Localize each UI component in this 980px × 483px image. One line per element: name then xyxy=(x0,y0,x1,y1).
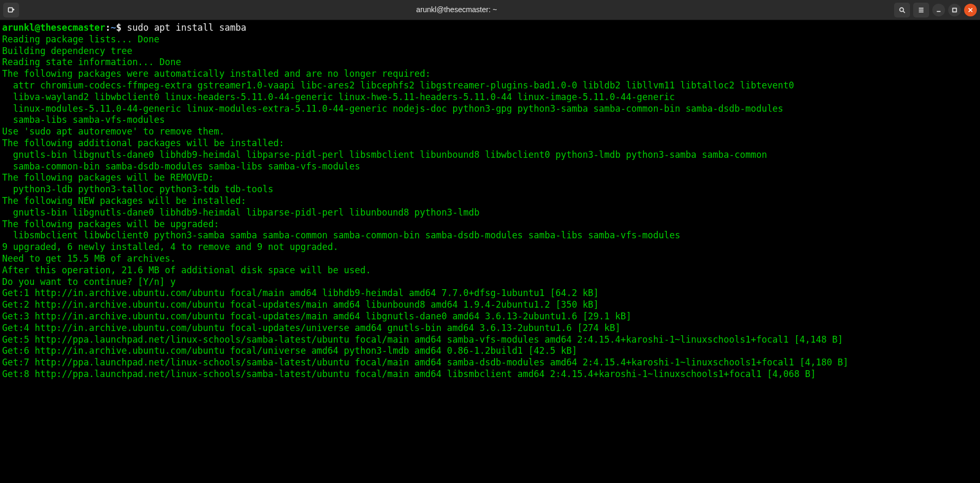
terminal-output-line: Get:4 http://in.archive.ubuntu.com/ubunt… xyxy=(2,323,978,334)
terminal-output-line: Get:3 http://in.archive.ubuntu.com/ubunt… xyxy=(2,311,978,323)
command-text: sudo apt install samba xyxy=(127,22,246,33)
svg-rect-9 xyxy=(953,8,957,12)
terminal-output-line: python3-ldb python3-talloc python3-tdb t… xyxy=(2,184,978,195)
terminal-output-line: The following packages will be REMOVED: xyxy=(2,172,978,184)
terminal-output-line: samba-libs samba-vfs-modules xyxy=(2,114,978,126)
terminal-output-line: Reading package lists... Done xyxy=(2,34,978,46)
maximize-icon xyxy=(951,6,958,14)
svg-point-3 xyxy=(900,7,904,11)
maximize-button[interactable] xyxy=(948,4,961,16)
prompt-line: arunkl@thesecmaster:~$ sudo apt install … xyxy=(2,22,978,34)
terminal-output-line: gnutls-bin libgnutls-dane0 libhdb9-heimd… xyxy=(2,207,978,219)
close-icon xyxy=(967,6,974,14)
search-button[interactable] xyxy=(894,3,910,17)
terminal-viewport[interactable]: arunkl@thesecmaster:~$ sudo apt install … xyxy=(0,20,980,483)
minimize-icon xyxy=(935,6,942,14)
prompt-colon: : xyxy=(105,22,110,33)
terminal-output-line: gnutls-bin libgnutls-dane0 libhdb9-heimd… xyxy=(2,149,978,161)
terminal-output-line: Need to get 15.5 MB of archives. xyxy=(2,253,978,265)
new-tab-button[interactable] xyxy=(3,3,19,17)
prompt-symbol: $ xyxy=(116,22,127,33)
terminal-output-line: Get:8 http://ppa.launchpad.net/linux-sch… xyxy=(2,369,978,380)
terminal-output-line: Get:5 http://ppa.launchpad.net/linux-sch… xyxy=(2,334,978,346)
window-title: arunkl@thesecmaster: ~ xyxy=(19,4,894,16)
terminal-output-line: libva-wayland2 libwbclient0 linux-header… xyxy=(2,92,978,103)
terminal-output-line: The following additional packages will b… xyxy=(2,138,978,149)
prompt-path: ~ xyxy=(111,22,116,33)
terminal-output-line: Get:6 http://in.archive.ubuntu.com/ubunt… xyxy=(2,345,978,357)
terminal-output-line: Use 'sudo apt autoremove' to remove them… xyxy=(2,126,978,138)
terminal-output-line: The following packages will be upgraded: xyxy=(2,219,978,230)
terminal-output-line: samba-common-bin samba-dsdb-modules samb… xyxy=(2,161,978,173)
terminal-output-line: Get:2 http://in.archive.ubuntu.com/ubunt… xyxy=(2,299,978,311)
terminal-output-line: Building dependency tree xyxy=(2,46,978,57)
window-titlebar: arunkl@thesecmaster: ~ xyxy=(0,0,980,20)
svg-rect-0 xyxy=(8,7,13,12)
hamburger-icon xyxy=(917,6,925,14)
terminal-output-line: The following packages were automaticall… xyxy=(2,68,978,80)
terminal-output-line: Reading state information... Done xyxy=(2,57,978,68)
search-icon xyxy=(898,6,906,14)
menu-button[interactable] xyxy=(913,3,929,17)
terminal-output-line: After this operation, 21.6 MB of additio… xyxy=(2,265,978,276)
prompt-user-host: arunkl@thesecmaster xyxy=(2,22,105,33)
close-button[interactable] xyxy=(964,4,977,16)
minimize-button[interactable] xyxy=(932,4,945,16)
terminal-output-line: 9 upgraded, 6 newly installed, 4 to remo… xyxy=(2,241,978,253)
new-tab-icon xyxy=(7,6,15,14)
terminal-output-line: Do you want to continue? [Y/n] y xyxy=(2,276,978,288)
terminal-output-line: linux-modules-5.11.0-44-generic linux-mo… xyxy=(2,103,978,115)
terminal-output-line: libsmbclient libwbclient0 python3-samba … xyxy=(2,230,978,241)
terminal-output-line: The following NEW packages will be insta… xyxy=(2,195,978,207)
svg-line-4 xyxy=(903,11,905,13)
terminal-output-line: attr chromium-codecs-ffmpeg-extra gstrea… xyxy=(2,80,978,92)
terminal-output-line: Get:1 http://in.archive.ubuntu.com/ubunt… xyxy=(2,288,978,299)
terminal-output-line: Get:7 http://ppa.launchpad.net/linux-sch… xyxy=(2,357,978,369)
